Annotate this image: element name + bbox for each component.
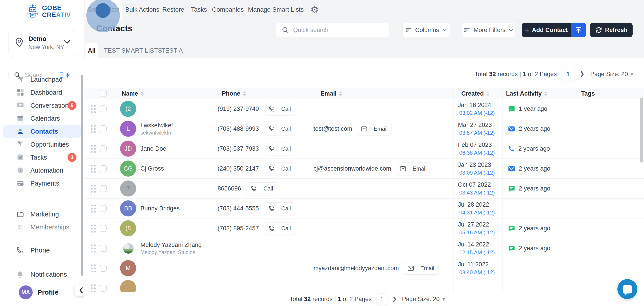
column-header-email[interactable]: Email [320, 88, 342, 99]
call-button[interactable]: Call [265, 103, 295, 115]
sidebar-item-contacts[interactable]: Contacts [3, 125, 81, 138]
page-number-button[interactable]: 1 [562, 67, 574, 81]
tab-all[interactable]: All [85, 43, 98, 58]
contact-name[interactable]: Jane Doe [140, 145, 166, 152]
drag-handle[interactable] [91, 99, 96, 119]
sidebar-item-automation[interactable]: Automation [0, 164, 84, 177]
tab-test-smart-lists[interactable]: TEST SMART LISTS [104, 43, 162, 58]
column-header-phone[interactable]: Phone [222, 88, 246, 99]
drag-handle[interactable] [91, 258, 96, 278]
created-time-link[interactable]: 08:40 AM (-12) [459, 269, 495, 275]
sidebar-item-marketing[interactable]: Marketing [0, 208, 84, 221]
sidebar-item-notifications[interactable]: Notifications [0, 268, 84, 281]
location-subtitle: New York, NY [28, 44, 64, 51]
contact-name[interactable]: Cj Gross [140, 165, 164, 172]
nav-item-manage-smart-lists[interactable]: Manage Smart Lists [248, 0, 304, 19]
contact-name[interactable]: Melody Yazdani Zhang [140, 241, 202, 248]
sidebar-item-dashboard[interactable]: Dashboard [0, 86, 84, 99]
created-time-link[interactable]: 06:38 AM (-12) [459, 150, 495, 156]
sidebar-item-payments[interactable]: Payments [0, 177, 84, 190]
page-size-select[interactable]: Page Size: 20▾ [590, 71, 633, 78]
row-checkbox[interactable] [100, 145, 107, 152]
row-checkbox[interactable] [100, 165, 107, 172]
row-checkbox[interactable] [100, 125, 107, 132]
column-header-tags[interactable]: Tags [581, 88, 595, 99]
location-switcher[interactable]: Demo New York, NY [8, 29, 76, 57]
column-header-created[interactable]: Created [461, 88, 490, 99]
sidebar-scrollbar[interactable] [81, 75, 83, 276]
drag-handle[interactable] [91, 199, 96, 218]
import-contacts-button[interactable] [571, 23, 586, 37]
row-checkbox[interactable] [100, 225, 107, 232]
table-row[interactable]: M myazdani@melodyyazdani.com Email Jul 1… [84, 258, 644, 278]
more-filters-button[interactable]: More Filters [462, 23, 515, 37]
columns-button[interactable]: Columns [402, 23, 450, 37]
drag-handle[interactable] [91, 139, 96, 159]
row-checkbox[interactable] [100, 265, 107, 272]
row-checkbox[interactable] [100, 205, 107, 212]
tab-test-a[interactable]: TEST A [162, 43, 183, 58]
nav-item-companies[interactable]: Companies [212, 0, 244, 19]
chat-widget-button[interactable] [618, 279, 637, 299]
table-scrollbar[interactable] [640, 98, 643, 163]
sidebar-item-profile[interactable]: MA Profile [0, 286, 84, 299]
table-row[interactable]: BB Bunny Bridges (703) 444-5555 Call Jul… [84, 199, 644, 218]
email-button[interactable]: Email [357, 123, 392, 135]
email-button[interactable]: Email [404, 262, 439, 275]
created-time-link[interactable]: 12:15 AM (-12) [459, 249, 495, 256]
call-button[interactable]: Call [265, 222, 295, 235]
sidebar-item-phone[interactable]: Phone [0, 243, 84, 257]
quick-search-input[interactable]: Quick search [276, 23, 389, 37]
drag-handle[interactable] [91, 159, 96, 179]
nav-item-restore[interactable]: Restore [162, 0, 184, 19]
table-row[interactable]: (8 (703) 895-2457 Call Jul 27 202205:16 … [84, 218, 644, 238]
sidebar-item-tasks[interactable]: Tasks 3 [0, 151, 84, 164]
created-time-link[interactable]: 03:09 AM (-12) [459, 170, 495, 176]
page-number-button[interactable]: 1 [376, 293, 387, 305]
table-row[interactable]: ? 8656696 Call Oct 07 202203:43 AM (-12)… [84, 179, 644, 199]
row-checkbox[interactable] [100, 245, 107, 252]
created-time-link[interactable]: 03:43 AM (-12) [459, 190, 495, 196]
sidebar-item-memberships[interactable]: Memberships [0, 221, 84, 234]
add-contact-button[interactable]: + Add Contact [522, 23, 571, 37]
email-button[interactable]: Email [396, 163, 431, 175]
nav-tab-smart-lists[interactable]: Smart Lists [85, 0, 122, 19]
sidebar-item-opportunities[interactable]: Opportunities [0, 138, 84, 151]
table-row[interactable]: (2 (919) 237-9740 Call Jan 16 202403:02 … [84, 99, 644, 119]
call-button[interactable]: Call [265, 143, 295, 155]
next-page-button[interactable] [392, 296, 397, 302]
sidebar-item-conversations[interactable]: Conversations 6 [0, 99, 84, 112]
nav-item-tasks[interactable]: Tasks [191, 0, 207, 19]
table-row[interactable]: Melody Yazdani ZhangMelody Yazdani Studi… [84, 238, 644, 258]
row-checkbox[interactable] [100, 185, 107, 192]
column-header-last-activity[interactable]: Last Activity [506, 88, 548, 99]
call-button[interactable]: Call [265, 202, 295, 215]
drag-handle[interactable] [91, 238, 96, 258]
select-all-checkbox[interactable] [100, 90, 107, 97]
contact-name[interactable]: Bunny Bridges [140, 205, 180, 212]
created-time-link[interactable]: 04:31 AM (-12) [459, 209, 495, 216]
sidebar-item-launchpad[interactable]: Launchpad [0, 73, 84, 86]
next-page-button[interactable] [580, 71, 585, 78]
refresh-button[interactable]: Refresh [590, 23, 632, 37]
row-checkbox[interactable] [100, 285, 107, 292]
created-time-link[interactable]: 03:57 AM (-12) [459, 130, 495, 136]
column-header-name[interactable]: Name [122, 88, 144, 99]
table-row[interactable]: L Lwskefwlkefsekwnfwlekfm (703) 488-9993… [84, 119, 644, 139]
drag-handle[interactable] [91, 119, 96, 139]
table-row[interactable]: CG Cj Gross (240) 350-2147 Call cj@ascen… [84, 159, 644, 179]
call-button[interactable]: Call [265, 163, 295, 175]
drag-handle[interactable] [91, 179, 96, 199]
created-time-link[interactable]: 05:16 AM (-12) [459, 229, 495, 236]
call-button[interactable]: Call [265, 123, 295, 135]
contact-name[interactable]: Lwskefwlkef [140, 122, 173, 129]
drag-handle[interactable] [91, 218, 96, 238]
gear-icon[interactable]: ⚙ [310, 0, 319, 19]
nav-item-bulk-actions[interactable]: Bulk Actions [125, 0, 160, 19]
created-time-link[interactable]: 03:02 AM (-12) [459, 110, 495, 116]
row-checkbox[interactable] [100, 105, 107, 112]
page-size-select[interactable]: Page Size: 20▾ [402, 296, 445, 303]
call-button[interactable]: Call [247, 182, 277, 195]
sidebar-item-calendars[interactable]: Calendars [0, 112, 84, 125]
table-row[interactable]: JD Jane Doe (703) 537-7933 Call Feb 07 2… [84, 139, 644, 159]
